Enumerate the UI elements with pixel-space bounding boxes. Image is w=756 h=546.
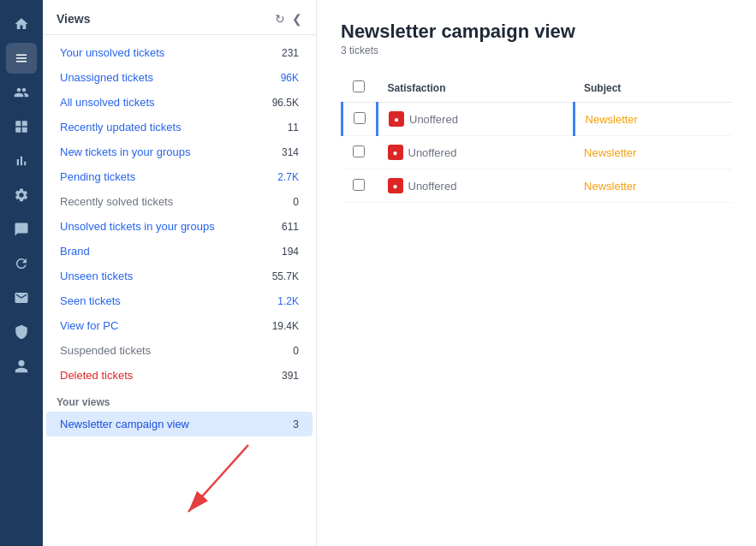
view-item-count: 96.5K [272, 97, 299, 109]
satisfaction-cell: ●Unoffered [378, 169, 574, 203]
table-header-row: Satisfaction Subject [342, 74, 733, 103]
view-item-count: 231 [282, 47, 299, 59]
page-title: Newsletter campaign view [341, 21, 732, 43]
satisfaction-icon: ● [388, 145, 403, 160]
nav-grid-icon[interactable] [6, 111, 37, 142]
view-item-count: 11 [288, 122, 299, 134]
view-item-name: New tickets in your groups [60, 145, 190, 158]
views-header: Views ↻ ❮ [43, 0, 316, 35]
satisfaction-cell: ●Unoffered [378, 136, 574, 169]
view-item-name: Your unsolved tickets [60, 46, 164, 59]
view-item-count: 314 [282, 146, 299, 158]
row-checkbox[interactable] [354, 112, 366, 124]
view-item-count: 391 [282, 370, 299, 382]
views-controls: ↻ ❮ [275, 12, 302, 26]
your-view-item-count: 3 [293, 418, 299, 430]
view-item[interactable]: Unassigned tickets96K [46, 65, 313, 90]
satisfaction-badge: ●Unoffered [388, 145, 457, 160]
tickets-table: Satisfaction Subject ●UnofferedNewslette… [341, 74, 732, 203]
views-title: Views [57, 12, 90, 26]
nav-chart-icon[interactable] [6, 145, 37, 176]
view-item-name: Seen tickets [60, 294, 121, 307]
view-item-count: 2.7K [277, 171, 299, 183]
nav-tickets-icon[interactable] [6, 43, 37, 74]
main-content: Newsletter campaign view 3 tickets Satis… [317, 0, 756, 546]
view-item[interactable]: Brand194 [46, 239, 313, 264]
view-item-count: 19.4K [272, 320, 299, 332]
table-row[interactable]: ●UnofferedNewsletter [342, 169, 733, 203]
nav-refresh-icon[interactable] [6, 248, 37, 279]
view-item[interactable]: Deleted tickets391 [46, 363, 313, 388]
view-item[interactable]: Recently solved tickets0 [46, 189, 313, 214]
your-view-item-name: Newsletter campaign view [60, 418, 189, 430]
view-item-name: All unsolved tickets [60, 96, 155, 109]
view-item-count: 55.7K [272, 270, 299, 282]
view-item-name: Recently solved tickets [60, 195, 173, 208]
subject-label: Newsletter [586, 113, 638, 126]
subject-cell: Newsletter [574, 136, 732, 169]
subject-header: Subject [574, 74, 732, 103]
satisfaction-badge: ●Unoffered [388, 178, 457, 193]
nav-chat-icon[interactable] [6, 214, 37, 245]
view-item[interactable]: Unsolved tickets in your groups611 [46, 214, 313, 239]
nav-home-icon[interactable] [6, 9, 37, 39]
nav-person-icon[interactable] [6, 351, 37, 382]
view-item-name: Deleted tickets [60, 369, 133, 382]
view-item-name: Suspended tickets [60, 344, 151, 357]
view-item-count: 0 [293, 345, 299, 357]
subject-label: Newsletter [584, 146, 636, 159]
your-view-item[interactable]: Newsletter campaign view3 [46, 412, 313, 436]
view-item[interactable]: Suspended tickets0 [46, 338, 313, 363]
view-item[interactable]: Recently updated tickets11 [46, 115, 313, 139]
your-views-label: Your views [43, 388, 316, 412]
view-item[interactable]: Pending tickets2.7K [46, 164, 313, 189]
row-checkbox-cell [342, 169, 378, 203]
views-panel: Views ↻ ❮ Your unsolved tickets231Unassi… [43, 0, 317, 546]
nav-settings-icon[interactable] [6, 180, 37, 211]
nav-shield-icon[interactable] [6, 317, 37, 347]
view-item[interactable]: Seen tickets1.2K [46, 288, 313, 313]
view-item[interactable]: New tickets in your groups314 [46, 139, 313, 164]
view-item[interactable]: Your unsolved tickets231 [46, 40, 313, 65]
page-subtitle: 3 tickets [341, 45, 732, 56]
view-item-name: Unassigned tickets [60, 71, 153, 84]
satisfaction-icon: ● [388, 178, 403, 193]
subject-cell: Newsletter [574, 103, 732, 136]
table-row[interactable]: ●UnofferedNewsletter [342, 136, 733, 169]
view-item-name: Unsolved tickets in your groups [60, 220, 215, 233]
view-item-count: 611 [282, 221, 299, 233]
row-checkbox-cell [342, 103, 378, 136]
view-item-name: Pending tickets [60, 170, 135, 183]
nav-mail-icon[interactable] [6, 282, 37, 313]
refresh-views-icon[interactable]: ↻ [275, 12, 285, 26]
views-list: Your unsolved tickets231Unassigned ticke… [43, 35, 316, 546]
view-item-count: 0 [293, 196, 299, 208]
satisfaction-header: Satisfaction [378, 74, 574, 103]
view-item[interactable]: All unsolved tickets96.5K [46, 90, 313, 115]
satisfaction-icon: ● [389, 111, 404, 127]
select-all-checkbox[interactable] [353, 80, 365, 92]
satisfaction-label: Unoffered [408, 180, 457, 193]
view-item[interactable]: Unseen tickets55.7K [46, 264, 313, 288]
view-item-name: Unseen tickets [60, 270, 133, 282]
satisfaction-label: Unoffered [409, 113, 458, 126]
satisfaction-badge: ●Unoffered [389, 111, 458, 127]
row-checkbox[interactable] [353, 179, 365, 191]
table-row[interactable]: ●UnofferedNewsletter [342, 103, 733, 136]
satisfaction-cell: ●Unoffered [378, 103, 574, 136]
row-checkbox-cell [342, 136, 378, 169]
view-item-name: Recently updated tickets [60, 121, 182, 134]
view-item-count: 1.2K [277, 295, 299, 307]
view-item-count: 96K [281, 72, 299, 84]
nav-users-icon[interactable] [6, 77, 37, 108]
collapse-views-icon[interactable]: ❮ [292, 12, 302, 26]
subject-cell: Newsletter [574, 169, 732, 203]
select-all-header [342, 74, 378, 103]
row-checkbox[interactable] [353, 145, 365, 157]
view-item-name: View for PC [60, 319, 118, 332]
view-item[interactable]: View for PC19.4K [46, 313, 313, 338]
nav-sidebar [0, 0, 43, 546]
view-item-name: Brand [60, 245, 90, 258]
view-item-count: 194 [282, 246, 299, 258]
satisfaction-label: Unoffered [408, 146, 457, 159]
